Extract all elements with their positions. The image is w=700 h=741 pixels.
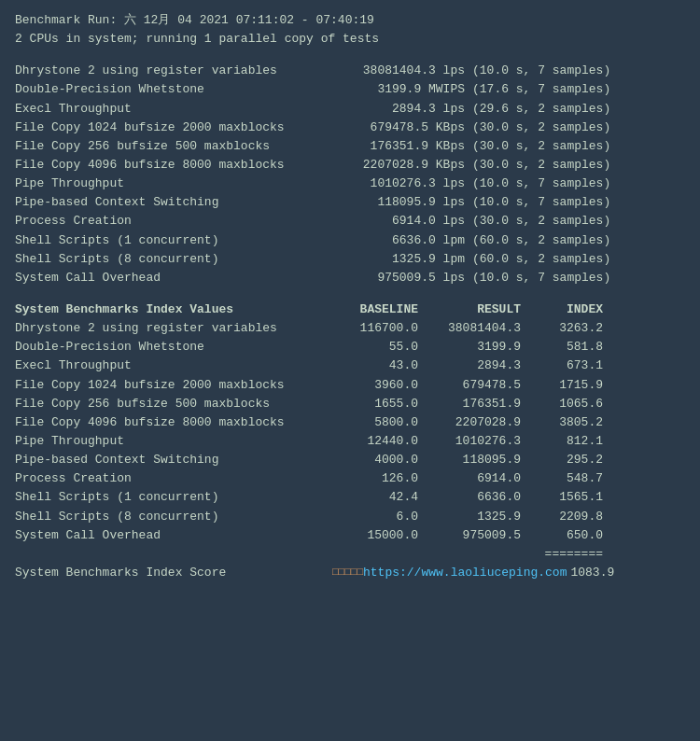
index-row-result: 6636.0 [426, 488, 528, 507]
index-row-baseline: 42.4 [332, 488, 426, 507]
index-row: Pipe-based Context Switching4000.0118095… [15, 451, 685, 469]
index-row-result: 2894.3 [426, 357, 528, 375]
bench-label: Execl Throughput [15, 100, 332, 119]
index-row-label: Execl Throughput [15, 357, 332, 375]
index-row-label: System Call Overhead [15, 526, 332, 545]
bench-extra: (17.6 s, 7 samples) [472, 80, 610, 99]
index-row-result: 1010276.3 [426, 432, 528, 451]
benchmark-row: Dhrystone 2 using register variables3808… [15, 62, 685, 80]
bench-value: 975009.5 lps [332, 269, 472, 287]
index-row: File Copy 4096 bufsize 8000 maxblocks580… [15, 413, 685, 432]
bench-extra: (60.0 s, 2 samples) [472, 231, 610, 250]
index-row-baseline: 3960.0 [332, 376, 426, 395]
bench-value: 176351.9 KBps [332, 137, 472, 156]
index-row-index: 1565.1 [528, 488, 603, 507]
index-row-label: Dhrystone 2 using register variables [15, 319, 332, 338]
bench-extra: (30.0 s, 2 samples) [472, 156, 610, 175]
index-header-label: System Benchmarks Index Values [15, 301, 332, 319]
index-row-result: 2207028.9 [426, 413, 528, 432]
index-row-baseline: 43.0 [332, 357, 426, 375]
index-row-result: 118095.9 [426, 451, 528, 469]
index-row-index: 3805.2 [528, 413, 603, 432]
header-line2: 2 CPUs in system; running 1 parallel cop… [15, 30, 685, 49]
index-row-label: File Copy 4096 bufsize 8000 maxblocks [15, 413, 332, 432]
bench-label: File Copy 1024 bufsize 2000 maxblocks [15, 119, 332, 137]
index-row-result: 679478.5 [426, 376, 528, 395]
index-row-baseline: 12440.0 [332, 432, 426, 451]
bench-value: 6914.0 lps [332, 212, 472, 231]
index-row-label: Pipe Throughput [15, 432, 332, 451]
benchmark-row: Execl Throughput2894.3 lps (29.6 s, 2 sa… [15, 100, 685, 119]
bench-extra: (60.0 s, 2 samples) [472, 250, 610, 269]
bench-extra: (30.0 s, 2 samples) [472, 137, 610, 156]
index-header-index: INDEX [528, 301, 603, 319]
bench-extra: (10.0 s, 7 samples) [472, 175, 610, 193]
index-row-label: File Copy 1024 bufsize 2000 maxblocks [15, 376, 332, 395]
score-link[interactable]: https://www.laoliuceping.com [363, 564, 567, 582]
index-row-index: 812.1 [528, 432, 603, 451]
index-row-label: Pipe-based Context Switching [15, 451, 332, 469]
bench-extra: (30.0 s, 2 samples) [472, 212, 610, 231]
bench-extra: (30.0 s, 2 samples) [472, 119, 610, 137]
bench-label: System Call Overhead [15, 269, 332, 287]
bench-value: 1010276.3 lps [332, 175, 472, 193]
index-row: File Copy 256 bufsize 500 maxblocks1655.… [15, 395, 685, 413]
index-results: Dhrystone 2 using register variables1167… [15, 319, 685, 545]
header-line1: Benchmark Run: 六 12月 04 2021 07:11:02 - … [15, 11, 685, 30]
bench-value: 2894.3 lps [332, 100, 472, 119]
index-row-result: 3199.9 [426, 338, 528, 357]
index-row: Execl Throughput43.02894.3673.1 [15, 357, 685, 375]
score-prefix: □□□□□ [332, 565, 363, 580]
bench-label: Shell Scripts (8 concurrent) [15, 250, 332, 269]
index-row: Dhrystone 2 using register variables1167… [15, 319, 685, 338]
bench-label: Pipe Throughput [15, 175, 332, 193]
index-row-label: Double-Precision Whetstone [15, 338, 332, 357]
benchmark-row: Shell Scripts (8 concurrent)1325.9 lpm (… [15, 250, 685, 269]
index-row-baseline: 15000.0 [332, 526, 426, 545]
index-row-label: Shell Scripts (8 concurrent) [15, 508, 332, 526]
benchmark-row: File Copy 1024 bufsize 2000 maxblocks679… [15, 119, 685, 137]
bench-value: 3199.9 MWIPS [332, 80, 472, 99]
bench-label: Process Creation [15, 212, 332, 231]
benchmark-row: File Copy 4096 bufsize 8000 maxblocks220… [15, 156, 685, 175]
index-header-result: RESULT [426, 301, 528, 319]
bench-extra: (29.6 s, 2 samples) [472, 100, 610, 119]
index-row-index: 673.1 [528, 357, 603, 375]
bench-label: Shell Scripts (1 concurrent) [15, 231, 332, 250]
index-row-result: 1325.9 [426, 508, 528, 526]
equals-line: ======== [15, 545, 603, 564]
index-row: Shell Scripts (8 concurrent)6.01325.9220… [15, 508, 685, 526]
index-row-result: 6914.0 [426, 469, 528, 488]
score-value: 1083.9 [570, 564, 614, 582]
benchmark-row: File Copy 256 bufsize 500 maxblocks17635… [15, 137, 685, 156]
bench-value: 2207028.9 KBps [332, 156, 472, 175]
score-row: System Benchmarks Index Score □□□□□https… [15, 564, 685, 582]
index-row: System Call Overhead15000.0975009.5650.0 [15, 526, 685, 545]
benchmark-container: Benchmark Run: 六 12月 04 2021 07:11:02 - … [15, 11, 685, 582]
bench-extra: (10.0 s, 7 samples) [472, 269, 610, 287]
index-row-label: Shell Scripts (1 concurrent) [15, 488, 332, 507]
index-row-baseline: 1655.0 [332, 395, 426, 413]
index-row-result: 38081404.3 [426, 319, 528, 338]
bench-label: Pipe-based Context Switching [15, 193, 332, 212]
benchmark-row: Process Creation6914.0 lps (30.0 s, 2 sa… [15, 212, 685, 231]
index-row-baseline: 55.0 [332, 338, 426, 357]
benchmark-row: Pipe Throughput1010276.3 lps (10.0 s, 7 … [15, 175, 685, 193]
index-row: Double-Precision Whetstone55.03199.9581.… [15, 338, 685, 357]
index-row-index: 581.8 [528, 338, 603, 357]
bench-label: File Copy 256 bufsize 500 maxblocks [15, 137, 332, 156]
bench-extra: (10.0 s, 7 samples) [472, 62, 610, 80]
index-row-index: 3263.2 [528, 319, 603, 338]
index-row: Pipe Throughput12440.01010276.3812.1 [15, 432, 685, 451]
bench-value: 679478.5 KBps [332, 119, 472, 137]
index-row-index: 548.7 [528, 469, 603, 488]
index-row-baseline: 126.0 [332, 469, 426, 488]
index-row-baseline: 5800.0 [332, 413, 426, 432]
index-row: Shell Scripts (1 concurrent)42.46636.015… [15, 488, 685, 507]
benchmark-row: Shell Scripts (1 concurrent)6636.0 lpm (… [15, 231, 685, 250]
index-row-index: 2209.8 [528, 508, 603, 526]
index-row-baseline: 116700.0 [332, 319, 426, 338]
index-row-index: 1065.6 [528, 395, 603, 413]
index-row: Process Creation126.06914.0548.7 [15, 469, 685, 488]
score-label: System Benchmarks Index Score [15, 564, 332, 582]
